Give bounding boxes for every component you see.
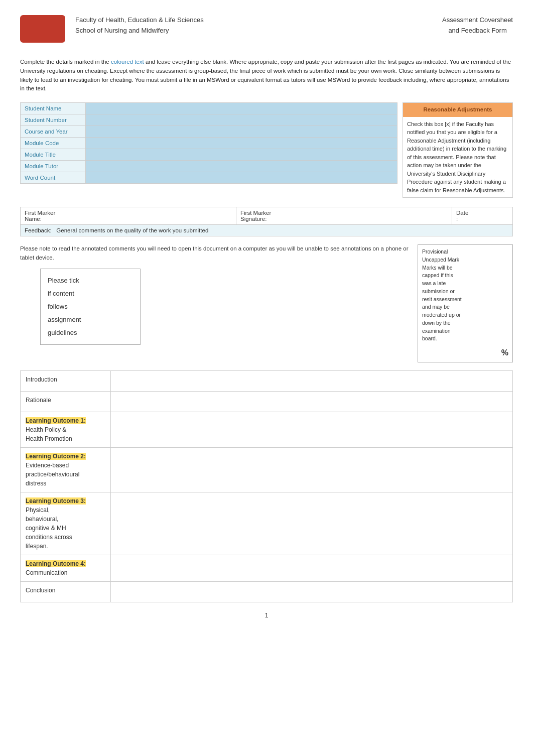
- reasonable-adjustments-panel: Reasonable Adjustments Check this box [x…: [403, 102, 513, 198]
- please-tick-line5: guidelines: [48, 326, 133, 339]
- module-tutor-label: Module Tutor: [21, 161, 86, 172]
- lo3-subtext: Physical,behavioural,cognitive & MHcondi…: [26, 507, 72, 550]
- provisional-line8: and may be: [422, 303, 508, 311]
- feedback-row: Feedback: General comments on the qualit…: [21, 225, 512, 236]
- feedback-note: Please note to read the annotated commen…: [20, 244, 413, 263]
- lo3-highlight: Learning Outcome 3:: [26, 497, 86, 505]
- module-tutor-row: Module Tutor: [21, 161, 397, 172]
- provisional-line11: examination: [422, 327, 508, 335]
- student-number-label: Student Number: [21, 114, 86, 126]
- provisional-box: Provisional Uncapped Mark Marks will be …: [418, 244, 513, 362]
- provisional-line9: moderated up or: [422, 311, 508, 319]
- provisional-line4: capped if this: [422, 272, 508, 280]
- rubric-conclusion-label: Conclusion: [21, 582, 111, 602]
- course-year-row: Course and Year: [21, 126, 397, 138]
- main-content: Student Name Student Number Course and Y…: [20, 102, 513, 198]
- please-tick-line4: assignment: [48, 313, 133, 326]
- intro-text-block: Complete the details marked in the colou…: [20, 58, 513, 93]
- word-count-row: Word Count: [21, 172, 397, 184]
- institution-logo: [20, 15, 65, 43]
- rubric-lo1-content[interactable]: [111, 412, 512, 447]
- student-form-table: Student Name Student Number Course and Y…: [20, 102, 397, 184]
- course-year-value[interactable]: [86, 126, 397, 138]
- student-name-value[interactable]: [86, 103, 397, 114]
- ra-header: Reasonable Adjustments: [403, 103, 512, 116]
- rubric-rationale-content[interactable]: [111, 392, 512, 412]
- lo1-highlight: Learning Outcome 1:: [26, 417, 86, 424]
- please-tick-line2: if content: [48, 287, 133, 300]
- word-count-value[interactable]: [86, 172, 397, 184]
- rubric-lo4-label: Learning Outcome 4: Communication: [21, 555, 111, 581]
- provisional-line12: board.: [422, 335, 508, 343]
- please-tick-line1: Please tick: [48, 274, 133, 287]
- rubric-lo1-row: Learning Outcome 1: Health Policy &Healt…: [20, 412, 513, 448]
- module-title-label: Module Title: [21, 149, 86, 161]
- lo2-subtext: Evidence-basedpractice/behaviouraldistre…: [26, 462, 79, 487]
- rubric-introduction-row: Introduction: [20, 370, 513, 392]
- rubric-lo3-row: Learning Outcome 3: Physical,behavioural…: [20, 492, 513, 555]
- rubric-conclusion-content[interactable]: [111, 582, 512, 602]
- rubric-conclusion-row: Conclusion: [20, 581, 513, 602]
- page-number: 1: [20, 612, 513, 619]
- provisional-line7: resit assessment: [422, 296, 508, 304]
- course-year-label: Course and Year: [21, 126, 86, 138]
- rubric-lo4-content[interactable]: [111, 555, 512, 581]
- lo4-subtext: Communication: [26, 569, 67, 576]
- lo1-subtext: Health Policy &Health Promotion: [26, 426, 72, 442]
- rubric-rationale-row: Rationale: [20, 391, 513, 412]
- rubric-lo3-content[interactable]: [111, 492, 512, 555]
- rubric-lo2-label: Learning Outcome 2: Evidence-basedpracti…: [21, 448, 111, 492]
- student-number-value[interactable]: [86, 114, 397, 126]
- first-marker-sig-label: First Marker: [240, 210, 448, 216]
- first-marker-sig-sub: Signature:: [240, 216, 448, 222]
- please-tick-line3: follows: [48, 300, 133, 313]
- feedback-left: Please note to read the annotated commen…: [20, 244, 413, 362]
- date-value: :: [456, 216, 508, 222]
- feedback-main-area: Please note to read the annotated commen…: [20, 244, 513, 362]
- rubric-lo2-content[interactable]: [111, 448, 512, 492]
- word-count-label: Word Count: [21, 172, 86, 184]
- module-code-row: Module Code: [21, 138, 397, 149]
- date-label: Date: [456, 210, 508, 216]
- please-tick-box: Please tick if content follows assignmen…: [40, 269, 141, 345]
- rubric-lo2-row: Learning Outcome 2: Evidence-basedpracti…: [20, 447, 513, 492]
- ra-box: Reasonable Adjustments Check this box [x…: [403, 102, 513, 198]
- rubric-rationale-label: Rationale: [21, 392, 111, 412]
- module-tutor-value[interactable]: [86, 161, 397, 172]
- provisional-line1: Provisional: [422, 248, 508, 256]
- left-panel: Student Name Student Number Course and Y…: [20, 102, 397, 198]
- provisional-line6: submission or: [422, 288, 508, 296]
- marker-row: First Marker Name: First Marker Signatur…: [21, 207, 512, 225]
- student-number-row: Student Number: [21, 114, 397, 126]
- first-marker-name-cell: First Marker Name:: [21, 207, 236, 224]
- provisional-line10: down by the: [422, 319, 508, 327]
- module-code-value[interactable]: [86, 138, 397, 149]
- rubric-lo4-row: Learning Outcome 4: Communication: [20, 555, 513, 582]
- student-name-row: Student Name: [21, 103, 397, 114]
- colored-text: coloured text: [111, 59, 144, 65]
- header-center: Faculty of Health, Education & Life Scie…: [75, 15, 442, 36]
- lo2-highlight: Learning Outcome 2:: [26, 453, 86, 460]
- module-title-value[interactable]: [86, 149, 397, 161]
- student-name-label: Student Name: [21, 103, 86, 114]
- module-title-row: Module Title: [21, 149, 397, 161]
- ra-body: Check this box [x] if the Faculty has no…: [403, 117, 512, 198]
- first-marker-name-label: Name:: [25, 216, 232, 222]
- provisional-line2: Uncapped Mark: [422, 256, 508, 264]
- module-code-label: Module Code: [21, 138, 86, 149]
- rubric-introduction-content[interactable]: [111, 371, 512, 391]
- institution-name: Faculty of Health, Education & Life Scie…: [75, 15, 442, 36]
- lo4-highlight: Learning Outcome 4:: [26, 560, 86, 567]
- header: Faculty of Health, Education & Life Scie…: [20, 15, 513, 43]
- first-marker-label: First Marker: [25, 210, 232, 216]
- feedback-general-text: General comments on the quality of the w…: [56, 227, 208, 233]
- feedback-label: Feedback:: [25, 227, 52, 233]
- rubric-introduction-label: Introduction: [21, 371, 111, 391]
- provisional-line5: was a late: [422, 280, 508, 288]
- rubric-lo1-label: Learning Outcome 1: Health Policy &Healt…: [21, 412, 111, 447]
- first-marker-sig-cell: First Marker Signature:: [236, 207, 452, 224]
- date-cell: Date :: [452, 207, 512, 224]
- rubric-lo3-label: Learning Outcome 3: Physical,behavioural…: [21, 492, 111, 555]
- marker-section: First Marker Name: First Marker Signatur…: [20, 207, 513, 236]
- percent-sign: %: [422, 347, 508, 359]
